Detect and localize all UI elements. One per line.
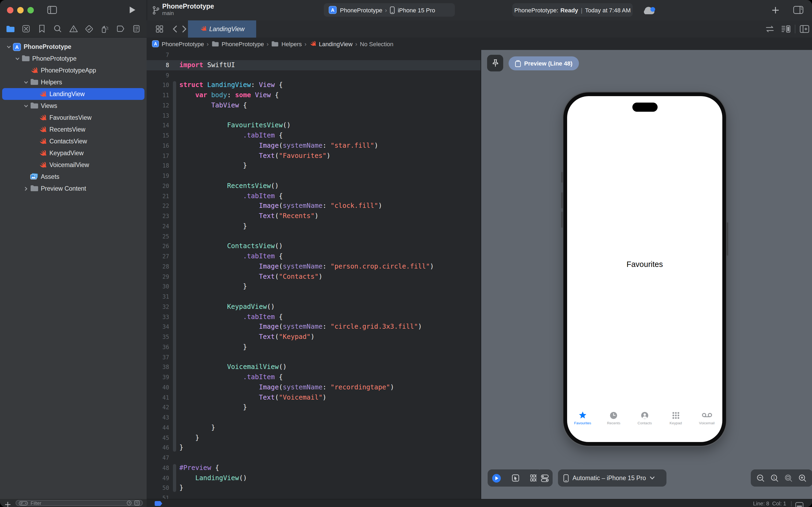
code-line-48[interactable]: 48#Preview { <box>147 463 481 473</box>
breadcrumb-item[interactable]: APhonePrototype <box>152 40 204 47</box>
code-line-14[interactable]: 14 FavouritesView() <box>147 121 481 131</box>
chevron-down-icon[interactable] <box>5 44 12 49</box>
code-line-50[interactable]: 50} <box>147 483 481 493</box>
breadcrumb-item[interactable]: LandingView <box>309 40 353 47</box>
code-line-47[interactable]: 47 <box>147 453 481 463</box>
chevron-down-icon[interactable] <box>14 56 21 61</box>
chevron-right-icon[interactable] <box>22 186 30 191</box>
code-line-13[interactable]: 13 <box>147 110 481 121</box>
run-button[interactable] <box>129 6 136 16</box>
code-line-21[interactable]: 21 .tabItem { <box>147 191 481 201</box>
zoom-100-button[interactable]: 1 <box>771 474 779 482</box>
go-back-icon[interactable] <box>172 25 177 35</box>
sidebar-item-phoneprototype[interactable]: A PhonePrototype <box>0 41 147 53</box>
navigator-tab-debug[interactable] <box>99 23 111 35</box>
preview-line-chip[interactable]: Preview (Line 48) <box>509 56 579 70</box>
code-line-25[interactable]: 25 <box>147 231 481 241</box>
code-line-17[interactable]: 17 Text("Favourites") <box>147 151 481 161</box>
code-line-15[interactable]: 15 .tabItem { <box>147 130 481 141</box>
zoom-in-button[interactable] <box>798 474 806 482</box>
code-line-46[interactable]: 46} <box>147 443 481 453</box>
code-line-42[interactable]: 42 } <box>147 402 481 413</box>
chevron-down-icon[interactable] <box>22 80 30 84</box>
code-line-37[interactable]: 37 <box>147 352 481 362</box>
sidebar-item-assets[interactable]: Assets <box>0 171 147 183</box>
selectable-mode-button[interactable] <box>512 474 519 482</box>
project-title-group[interactable]: PhonePrototype main <box>162 3 214 16</box>
code-line-16[interactable]: 16 Image(systemName: "star.fill") <box>147 141 481 151</box>
phone-tab-contacts[interactable]: Contacts <box>629 409 660 439</box>
preview-settings-button[interactable] <box>536 469 553 487</box>
navigator-tab-source-control[interactable] <box>20 23 32 35</box>
phone-tab-recents[interactable]: Recents <box>598 409 629 439</box>
code-line-34[interactable]: 34 Image(systemName: "circle.grid.3x3.fi… <box>147 322 481 332</box>
navigator-tab-issues[interactable] <box>67 23 79 35</box>
code-line-9[interactable]: 9 <box>147 70 481 80</box>
sidebar-item-phoneprototype[interactable]: PhonePrototype <box>0 53 147 64</box>
code-line-35[interactable]: 35 Text("Keypad") <box>147 332 481 342</box>
toggle-debug-area-icon[interactable] <box>795 501 803 507</box>
phone-tab-favourites[interactable]: Favourites <box>567 409 598 439</box>
toggle-navigator-icon[interactable] <box>47 6 57 16</box>
code-line-20[interactable]: 20 RecentsView() <box>147 181 481 191</box>
sidebar-item-recentsview[interactable]: RecentsView <box>0 123 147 135</box>
code-line-11[interactable]: 11 var body: some View { <box>147 90 481 101</box>
bookmark-indicator[interactable] <box>155 501 162 506</box>
chevron-down-icon[interactable] <box>22 103 30 108</box>
sidebar-item-preview-content[interactable]: Preview Content <box>0 183 147 194</box>
source-editor[interactable]: 78import SwiftUI910struct LandingView: V… <box>147 50 481 499</box>
code-line-38[interactable]: 38 VoicemailView() <box>147 362 481 373</box>
phone-tab-keypad[interactable]: Keypad <box>660 409 691 439</box>
cursor-position[interactable]: Line: 8 Col: 1 <box>753 501 786 506</box>
code-line-32[interactable]: 32 KeypadView() <box>147 302 481 312</box>
breadcrumb-item[interactable]: Helpers <box>271 41 302 47</box>
zoom-window-button[interactable] <box>27 7 34 13</box>
code-line-49[interactable]: 49 LandingView() <box>147 473 481 483</box>
related-items-icon[interactable] <box>156 25 163 35</box>
sidebar-item-landingview[interactable]: LandingView <box>2 88 144 100</box>
code-line-41[interactable]: 41 Text("Voicemail") <box>147 392 481 402</box>
sidebar-item-keypadview[interactable]: KeypadView <box>0 147 147 159</box>
code-line-45[interactable]: 45 } <box>147 433 481 443</box>
toggle-inspectors-icon[interactable] <box>793 6 803 16</box>
pin-preview-button[interactable] <box>487 55 503 71</box>
code-line-10[interactable]: 10struct LandingView: View { <box>147 80 481 91</box>
activity-status[interactable]: PhonePrototype: Ready | Today at 7:48 AM <box>512 3 633 17</box>
code-line-43[interactable]: 43 <box>147 412 481 423</box>
code-line-30[interactable]: 30 } <box>147 282 481 292</box>
add-tab-button[interactable] <box>772 6 779 16</box>
zoom-fit-button[interactable] <box>785 474 793 482</box>
code-line-24[interactable]: 24 } <box>147 221 481 231</box>
code-line-26[interactable]: 26 ContactsView() <box>147 241 481 251</box>
code-line-23[interactable]: 23 Text("Recents") <box>147 211 481 221</box>
zoom-out-button[interactable] <box>757 474 765 482</box>
code-line-27[interactable]: 27 .tabItem { <box>147 251 481 262</box>
scheme-selector[interactable]: A PhonePrototype › iPhone 15 Pro <box>324 3 455 17</box>
breadcrumb-item[interactable]: PhonePrototype <box>211 41 264 47</box>
navigator-filter-field[interactable]: Filter <box>15 500 143 506</box>
editor-options-icon[interactable] <box>781 25 791 36</box>
live-preview-button[interactable] <box>492 473 501 483</box>
navigator-tab-breakpoints[interactable] <box>115 23 126 35</box>
code-line-36[interactable]: 36 } <box>147 342 481 352</box>
code-line-33[interactable]: 33 .tabItem { <box>147 312 481 322</box>
minimize-window-button[interactable] <box>17 7 23 13</box>
code-line-31[interactable]: 31 <box>147 292 481 302</box>
code-line-19[interactable]: 19 <box>147 171 481 181</box>
code-line-51[interactable]: 51 <box>147 493 481 499</box>
sidebar-item-helpers[interactable]: Helpers <box>0 76 147 88</box>
sidebar-item-voicemailview[interactable]: VoicemailView <box>0 159 147 171</box>
code-line-22[interactable]: 22 Image(systemName: "clock.fill") <box>147 201 481 211</box>
code-line-12[interactable]: 12 TabView { <box>147 101 481 111</box>
sidebar-item-favouritesview[interactable]: FavouritesView <box>0 112 147 123</box>
add-item-button[interactable] <box>5 500 11 507</box>
sidebar-item-contactsview[interactable]: ContactsView <box>0 135 147 147</box>
sidebar-item-views[interactable]: Views <box>0 100 147 112</box>
navigator-tab-reports[interactable] <box>130 23 142 35</box>
navigator-tab-project[interactable] <box>4 23 16 35</box>
code-line-29[interactable]: 29 Text("Contacts") <box>147 272 481 282</box>
recent-filter-icon[interactable] <box>127 501 131 505</box>
adjust-editor-icon[interactable] <box>765 25 774 35</box>
sidebar-item-phoneprototypeapp[interactable]: PhonePrototypeApp <box>0 64 147 76</box>
code-line-28[interactable]: 28 Image(systemName: "person.crop.circle… <box>147 262 481 272</box>
